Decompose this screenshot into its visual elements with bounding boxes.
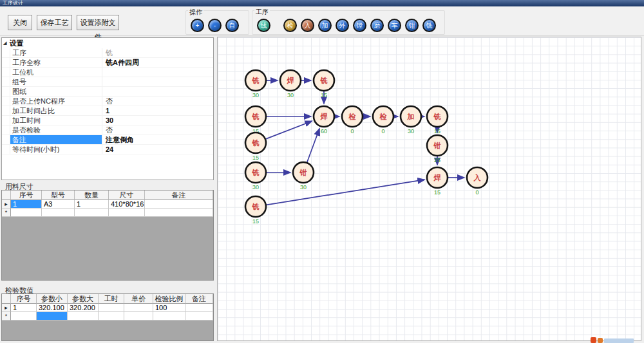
process-boring-button[interactable]: 镗 (353, 19, 366, 32)
property-value[interactable]: 否 (102, 97, 213, 106)
property-label[interactable]: 图纸 (10, 87, 102, 96)
property-value[interactable] (102, 87, 213, 96)
process-outsource-button[interactable]: 外 (336, 19, 349, 32)
table-cell[interactable] (99, 304, 124, 312)
property-label[interactable]: 加工时间 (10, 116, 102, 125)
property-label[interactable]: 加工时间占比 (10, 106, 102, 115)
table-cell[interactable]: 320.100 (37, 304, 68, 312)
column-header[interactable]: 序号 (11, 294, 37, 304)
process-milling-button[interactable]: 铣 (422, 19, 436, 32)
table-cell[interactable] (42, 209, 75, 217)
table-cell[interactable] (153, 312, 185, 320)
column-header[interactable]: 备注 (145, 190, 213, 200)
property-value[interactable] (102, 68, 213, 77)
column-header[interactable]: 数量 (75, 190, 109, 200)
close-button[interactable]: 关闭 (8, 15, 32, 30)
table-cell[interactable]: 1 (75, 200, 109, 209)
process-node-铣-n3[interactable]: 铣15 (314, 70, 334, 98)
remove-node-button[interactable]: - (208, 19, 222, 32)
process-node-铣-n14[interactable]: 铣30 (245, 162, 266, 190)
process-node-检-n7[interactable]: 检0 (342, 106, 363, 134)
process-lathe-button[interactable]: 车 (388, 19, 401, 32)
process-node-铣-n10[interactable]: 铣15 (427, 106, 448, 134)
svg-text:30: 30 (252, 184, 259, 190)
process-node-焊-n2[interactable]: 焊30 (280, 70, 301, 98)
property-label[interactable]: 等待时间(小时) (10, 145, 102, 154)
process-node-加-n9[interactable]: 加30 (401, 106, 421, 134)
property-row: 备注注意倒角 (2, 135, 213, 145)
property-value[interactable] (102, 77, 213, 86)
save-process-button[interactable]: 保存工艺 (37, 15, 72, 30)
column-header[interactable]: 型号 (42, 190, 75, 200)
property-value[interactable]: 注意倒角 (102, 135, 213, 144)
process-node-铣-n1[interactable]: 铣30 (245, 70, 266, 98)
process-wire-button[interactable]: 线 (257, 19, 270, 32)
property-label[interactable]: 工序 (10, 48, 102, 57)
process-machining-button[interactable]: 加 (318, 19, 332, 32)
process-node-检-n8[interactable]: 检0 (373, 106, 393, 134)
table-cell[interactable] (99, 312, 124, 320)
process-inspect-button[interactable]: 检 (283, 19, 297, 32)
add-node-button[interactable]: + (191, 19, 204, 32)
property-value[interactable]: 30 (102, 116, 213, 125)
table-cell[interactable] (75, 209, 109, 217)
table-cell[interactable] (185, 312, 213, 320)
table-cell[interactable]: 1 (11, 200, 42, 209)
column-header[interactable]: 序号 (11, 190, 42, 200)
table-cell[interactable] (37, 312, 68, 320)
column-header[interactable]: 参数大 (68, 294, 99, 304)
table-cell[interactable] (145, 209, 213, 217)
process-node-铣-n16[interactable]: 铣15 (245, 196, 266, 225)
process-grinding-button[interactable]: 磨 (370, 19, 384, 32)
process-node-钳-n15[interactable]: 钳30 (293, 162, 314, 190)
process-storage-button[interactable]: 入 (301, 19, 314, 32)
property-label[interactable]: 工序全称 (10, 58, 102, 67)
property-value[interactable]: 铣 (102, 48, 213, 57)
table-cell[interactable]: 410*80*16 (109, 200, 145, 209)
property-row: 等待时间(小时)24 (2, 145, 213, 154)
table-cell[interactable]: A3 (42, 200, 75, 209)
set-attachment-button[interactable]: 设置添附文件 (77, 15, 119, 30)
property-category[interactable]: ◢ 设置 (2, 38, 213, 48)
process-node-焊-n6[interactable]: 焊60 (314, 106, 334, 134)
property-label[interactable]: 备注 (10, 135, 102, 144)
table-cell[interactable] (124, 304, 153, 312)
table-cell[interactable] (11, 312, 37, 320)
property-value[interactable]: 1 (102, 106, 213, 115)
process-bench-button[interactable]: 钳 (405, 19, 419, 32)
table-cell[interactable]: 320.200 (68, 304, 99, 312)
table-cell[interactable] (68, 312, 99, 320)
property-label[interactable]: 工位机 (10, 68, 102, 77)
column-header[interactable]: 参数小 (37, 294, 68, 304)
new-row-marker: * (2, 312, 11, 320)
table-cell[interactable]: 100 (153, 304, 185, 312)
column-header[interactable]: 单价 (124, 294, 153, 304)
process-node-焊-n12[interactable]: 焊15 (427, 167, 448, 196)
table-cell[interactable] (185, 304, 213, 312)
auto-button[interactable]: 自 (225, 19, 239, 32)
svg-text:15: 15 (434, 128, 440, 134)
column-header[interactable]: 工时 (99, 294, 124, 304)
property-value[interactable]: 铣A件四周 (102, 58, 213, 67)
process-node-入-n13[interactable]: 入0 (467, 167, 488, 196)
column-header[interactable]: 尺寸 (109, 190, 145, 200)
table-cell[interactable]: 1 (11, 304, 37, 312)
process-node-钳-n11[interactable]: 钳25 (427, 135, 448, 163)
current-row-marker: ▸ (2, 200, 11, 209)
property-value[interactable]: 否 (102, 125, 213, 134)
table-cell[interactable] (124, 312, 153, 320)
process-node-铣-n5[interactable]: 铣15 (245, 133, 266, 161)
process-diagram-canvas[interactable]: 铣30焊30铣15铣15铣15焊60检0检0加30铣15钳25焊15入0铣30钳… (217, 37, 641, 341)
property-row-gutter (2, 135, 10, 144)
column-header[interactable]: 检验比例 (153, 294, 185, 304)
column-header[interactable]: 备注 (185, 294, 213, 304)
table-cell[interactable] (109, 209, 145, 217)
property-label[interactable]: 是否上传NC程序 (10, 97, 102, 106)
table-cell[interactable] (145, 200, 213, 209)
property-value[interactable]: 24 (102, 145, 213, 154)
svg-text:加: 加 (407, 113, 415, 120)
property-label[interactable]: 组号 (10, 77, 102, 86)
property-label[interactable]: 是否检验 (10, 125, 102, 134)
table-cell[interactable] (11, 209, 42, 217)
process-node-铣-n4[interactable]: 铣15 (245, 106, 266, 134)
